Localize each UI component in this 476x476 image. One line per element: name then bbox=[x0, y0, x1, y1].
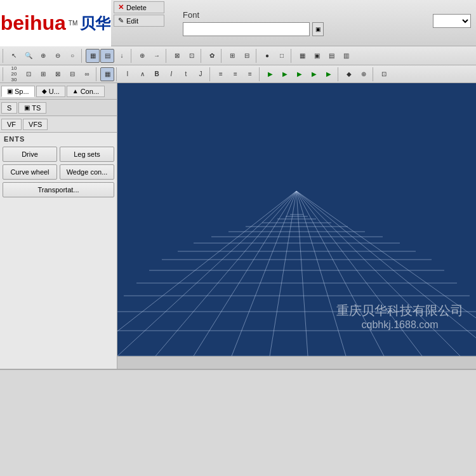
watermark: 重庆贝华科技有限公司 cqbhkj.1688.com bbox=[336, 302, 463, 331]
tb-sep-1 bbox=[3, 49, 5, 63]
tb2-icon4-btn[interactable]: ⊟ bbox=[65, 67, 79, 81]
panel-tab-s[interactable]: S bbox=[1, 102, 17, 114]
svg-line-6 bbox=[296, 191, 308, 356]
panel-tab-con-label: Con... bbox=[81, 88, 99, 95]
delete-button[interactable]: ✕ Delete bbox=[114, 1, 164, 13]
tb-chain-btn[interactable]: ⊞ bbox=[225, 49, 239, 63]
tb2-sep-4 bbox=[209, 67, 212, 81]
toolbar2: 102030 ⊡ ⊞ ⊠ ⊟ ∞ ▦ I ∧ B I t J ≡ ≡ ≡ ▶ ▶… bbox=[0, 65, 476, 83]
status-bar bbox=[117, 356, 476, 369]
panel-tab-u[interactable]: ◆ U... bbox=[36, 86, 65, 97]
svg-line-1 bbox=[117, 191, 296, 356]
panel-tab-sp-label: Sp... bbox=[15, 88, 29, 95]
panel-subtab-vfs[interactable]: VFS bbox=[23, 119, 48, 130]
tb-grid-btn[interactable]: ▦ bbox=[86, 49, 100, 63]
svg-line-9 bbox=[296, 191, 422, 356]
tb2-arrow1-btn[interactable]: ◆ bbox=[342, 67, 356, 81]
panel-tab-ts-icon: ▣ bbox=[24, 104, 30, 111]
panel-tab-con[interactable]: ▲ Con... bbox=[67, 86, 105, 97]
panel-subtabs: VF VFS bbox=[0, 116, 117, 133]
edit-button[interactable]: ✎ Edit bbox=[114, 15, 164, 27]
top-dropdown[interactable] bbox=[433, 14, 471, 28]
tb-square-btn[interactable]: □ bbox=[275, 49, 289, 63]
tb2-green3-btn[interactable]: ▶ bbox=[293, 67, 307, 81]
font-label: Font bbox=[183, 10, 199, 20]
tb-cross-btn[interactable]: ⊕ bbox=[135, 49, 149, 63]
main-canvas: 重庆贝华科技有限公司 cqbhkj.1688.com bbox=[117, 83, 476, 356]
tb2-green4-btn[interactable]: ▶ bbox=[307, 67, 321, 81]
logo-tm: TM bbox=[69, 20, 77, 27]
tb-view1-btn[interactable]: ▦ bbox=[295, 49, 309, 63]
panel-tab-sp[interactable]: ▣ Sp... bbox=[1, 86, 35, 97]
panel-subtab-vf[interactable]: VF bbox=[1, 119, 22, 130]
tb-view3-btn[interactable]: ▤ bbox=[324, 49, 338, 63]
tb-dot-btn[interactable]: ● bbox=[260, 49, 274, 63]
edit-label: Edit bbox=[126, 17, 138, 25]
tb2-num-btn[interactable]: 102030 bbox=[7, 67, 21, 81]
tb2-I-btn[interactable]: I bbox=[121, 67, 135, 81]
panel-subtab-vf-label: VF bbox=[7, 121, 16, 128]
tb2-align3-btn[interactable]: ≡ bbox=[243, 67, 257, 81]
tb-view4-btn[interactable]: ▥ bbox=[339, 49, 353, 63]
bottom-panel bbox=[0, 369, 476, 476]
components-title: ENTS bbox=[3, 135, 114, 143]
comp-row-1: Drive Leg sets bbox=[3, 147, 114, 162]
tb2-icon2-btn[interactable]: ⊞ bbox=[36, 67, 50, 81]
tb2-end-btn[interactable]: ⊡ bbox=[377, 67, 391, 81]
tb2-up-btn[interactable]: ∧ bbox=[135, 67, 149, 81]
logo-text: beihua bbox=[1, 11, 66, 35]
tb-arrow-btn[interactable]: → bbox=[150, 49, 164, 63]
tb-sep-4 bbox=[166, 49, 168, 63]
svg-line-11 bbox=[296, 191, 476, 356]
font-input[interactable] bbox=[183, 22, 310, 36]
delete-label: Delete bbox=[126, 4, 147, 11]
tb2-i-btn[interactable]: I bbox=[164, 67, 178, 81]
tb2-icon5-btn[interactable]: ∞ bbox=[80, 67, 94, 81]
tb-zoomout-btn[interactable]: ⊖ bbox=[51, 49, 65, 63]
tb2-sep-6 bbox=[338, 67, 340, 81]
tb2-J-btn[interactable]: J bbox=[194, 67, 208, 81]
comp-legsets-btn[interactable]: Leg sets bbox=[60, 147, 114, 162]
comp-wedge-btn[interactable]: Wedge con... bbox=[60, 164, 114, 180]
tb-zoomin-btn[interactable]: ⊕ bbox=[36, 49, 50, 63]
tb2-icon3-btn[interactable]: ⊠ bbox=[51, 67, 65, 81]
tb-link2-btn[interactable]: ⊡ bbox=[185, 49, 199, 63]
tb-view2-btn[interactable]: ▣ bbox=[310, 49, 324, 63]
tb-cursor-btn[interactable]: ↖ bbox=[7, 49, 21, 63]
tb2-B-btn[interactable]: B bbox=[150, 67, 164, 81]
logo-area: beihua TM 贝华 bbox=[0, 0, 111, 46]
tb-link-btn[interactable]: ⊠ bbox=[170, 49, 184, 63]
font-input-row: ▣ bbox=[183, 22, 324, 36]
tb2-sep-3 bbox=[116, 67, 119, 81]
logo-chinese: 贝华 bbox=[80, 13, 110, 34]
tb2-sel-btn[interactable]: ▦ bbox=[100, 67, 114, 81]
tb2-align2-btn[interactable]: ≡ bbox=[228, 67, 242, 81]
panel-subtab-vfs-label: VFS bbox=[29, 121, 42, 128]
tb2-t-btn[interactable]: t bbox=[179, 67, 193, 81]
tb-down-btn[interactable]: ↓ bbox=[115, 49, 129, 63]
comp-curvewheel-btn[interactable]: Curve wheel bbox=[3, 164, 57, 180]
tb2-sep-2 bbox=[96, 67, 98, 81]
tb2-arrow2-btn[interactable]: ⊕ bbox=[357, 67, 371, 81]
svg-line-3 bbox=[194, 191, 296, 356]
panel-tabs2: S ▣ TS bbox=[0, 100, 117, 116]
tb2-align1-btn[interactable]: ≡ bbox=[214, 67, 228, 81]
panel-tab-ts[interactable]: ▣ TS bbox=[18, 102, 46, 114]
comp-drive-btn[interactable]: Drive bbox=[3, 147, 57, 162]
tb-star-btn[interactable]: ✿ bbox=[205, 49, 219, 63]
tb-zoom-btn[interactable]: 🔍 bbox=[22, 49, 36, 63]
toolbar1: ↖ 🔍 ⊕ ⊖ ○ ▦ ▤ ↓ ⊕ → ⊠ ⊡ ✿ ⊞ ⊟ ● □ ▦ ▣ ▤ … bbox=[0, 46, 476, 65]
tb2-green2-btn[interactable]: ▶ bbox=[278, 67, 292, 81]
tb-grid2-btn[interactable]: ▤ bbox=[100, 49, 114, 63]
tb2-green5-btn[interactable]: ▶ bbox=[322, 67, 336, 81]
tb2-sep-7 bbox=[373, 67, 375, 81]
tb-chain2-btn[interactable]: ⊟ bbox=[240, 49, 254, 63]
font-expand-button[interactable]: ▣ bbox=[312, 22, 324, 36]
tb-circle-btn[interactable]: ○ bbox=[65, 49, 79, 63]
tb2-sep-5 bbox=[259, 67, 261, 81]
tb2-icon1-btn[interactable]: ⊡ bbox=[22, 67, 36, 81]
comp-transport-btn[interactable]: Transportat... bbox=[3, 182, 114, 197]
font-area: Font ▣ bbox=[178, 0, 374, 46]
tb-sep-3 bbox=[131, 49, 133, 63]
tb2-green1-btn[interactable]: ▶ bbox=[263, 67, 277, 81]
